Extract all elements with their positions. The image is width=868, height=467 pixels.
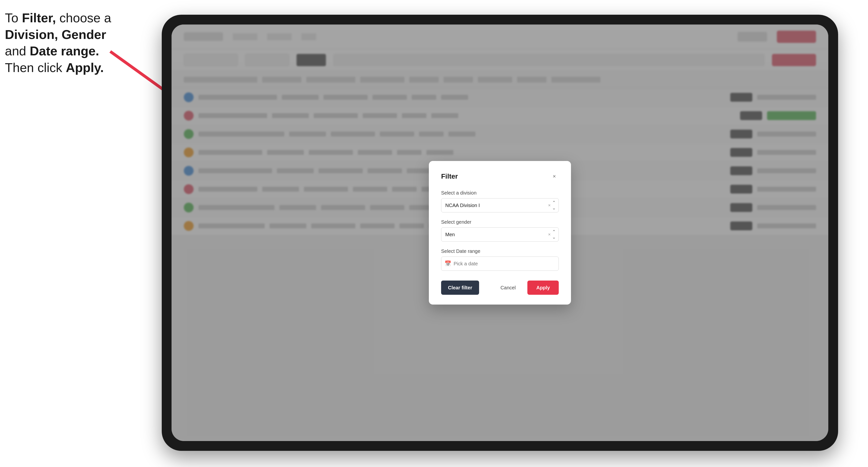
date-range-label: Select Date range xyxy=(441,248,559,254)
division-select-wrapper: NCAA Division I NCAA Division II NCAA Di… xyxy=(441,198,559,212)
gender-select[interactable]: Men Women Co-ed xyxy=(441,227,559,242)
modal-actions: Clear filter Cancel Apply xyxy=(441,281,559,295)
gender-label: Select gender xyxy=(441,219,559,225)
date-range-field: Select Date range 📅 xyxy=(441,248,559,271)
instruction-division-gender-bold: Division, Gender xyxy=(5,27,106,42)
division-label: Select a division xyxy=(441,190,559,196)
instruction-text: To Filter, choose a Division, Gender and… xyxy=(5,10,147,76)
division-clear-icon[interactable]: × xyxy=(548,203,551,208)
tablet-frame: Filter × Select a division NCAA Division… xyxy=(162,15,838,451)
date-range-input[interactable] xyxy=(441,256,559,271)
tablet-screen: Filter × Select a division NCAA Division… xyxy=(172,25,828,441)
clear-filter-button[interactable]: Clear filter xyxy=(441,281,479,295)
modal-right-actions: Cancel Apply xyxy=(494,281,559,295)
cancel-button[interactable]: Cancel xyxy=(494,281,523,295)
instruction-date-bold: Date range. xyxy=(30,44,99,58)
modal-header: Filter × xyxy=(441,172,559,181)
modal-close-button[interactable]: × xyxy=(550,172,559,181)
modal-overlay[interactable]: Filter × Select a division NCAA Division… xyxy=(172,25,828,441)
gender-field: Select gender Men Women Co-ed × ⌃⌄ xyxy=(441,219,559,242)
gender-clear-icon[interactable]: × xyxy=(548,232,551,237)
date-input-wrapper: 📅 xyxy=(441,256,559,271)
gender-select-wrapper: Men Women Co-ed × ⌃⌄ xyxy=(441,227,559,242)
division-field: Select a division NCAA Division I NCAA D… xyxy=(441,190,559,212)
modal-title: Filter xyxy=(441,173,458,180)
instruction-filter-bold: Filter, xyxy=(22,11,56,25)
filter-modal: Filter × Select a division NCAA Division… xyxy=(429,161,571,305)
apply-button[interactable]: Apply xyxy=(527,281,559,295)
division-select[interactable]: NCAA Division I NCAA Division II NCAA Di… xyxy=(441,198,559,212)
instruction-apply-bold: Apply. xyxy=(66,61,104,75)
